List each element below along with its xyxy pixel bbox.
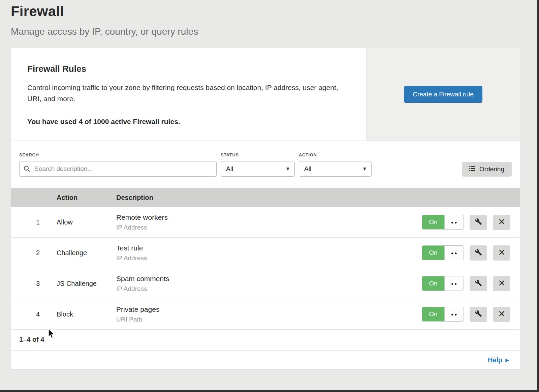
ordering-button-label: Ordering bbox=[479, 165, 504, 173]
rule-description: Test rule bbox=[116, 244, 409, 252]
rules-table: Action Description 1 Allow Remote worker… bbox=[11, 188, 520, 350]
action-select-value: All bbox=[304, 165, 311, 173]
list-ordering-icon bbox=[469, 165, 475, 173]
create-rule-panel: Create a Firewall rule bbox=[366, 48, 520, 141]
column-header-description: Description bbox=[116, 194, 409, 202]
usage-summary: You have used 4 of 1000 active Firewall … bbox=[27, 118, 350, 126]
toggle-arrows-icon[interactable]: ◂ ▸ bbox=[444, 215, 464, 229]
edit-rule-button[interactable] bbox=[470, 276, 487, 291]
window-edge-bottom bbox=[0, 390, 539, 392]
toggle-state-label: On bbox=[422, 276, 444, 291]
action-label: ACTION bbox=[299, 152, 372, 157]
window-edge-right bbox=[537, 0, 539, 392]
edit-rule-button[interactable] bbox=[470, 245, 487, 261]
wrench-icon bbox=[475, 310, 482, 318]
card-header: Firewall Rules Control incoming traffic … bbox=[11, 48, 520, 141]
status-label: STATUS bbox=[221, 152, 295, 157]
rule-priority: 1 bbox=[19, 218, 57, 226]
table-row: 3 JS Challenge Spam comments IP Address … bbox=[11, 268, 520, 299]
rule-enabled-toggle[interactable]: On ◂ ▸ bbox=[422, 245, 464, 260]
rule-priority: 4 bbox=[19, 310, 57, 318]
rule-description: Private pages bbox=[116, 305, 409, 313]
search-box bbox=[19, 161, 217, 177]
search-icon bbox=[24, 165, 30, 173]
status-select[interactable]: All ▼ bbox=[221, 161, 295, 177]
help-arrow-icon: ▶ bbox=[505, 357, 509, 363]
rule-enabled-toggle[interactable]: On ◂ ▸ bbox=[422, 276, 464, 291]
rule-enabled-toggle[interactable]: On ◂ ▸ bbox=[422, 307, 464, 322]
action-filter: ACTION All ▼ bbox=[299, 152, 372, 177]
toggle-state-label: On bbox=[422, 307, 444, 321]
delete-rule-button[interactable] bbox=[493, 215, 510, 230]
close-icon bbox=[499, 280, 505, 287]
ordering-button[interactable]: Ordering bbox=[462, 162, 512, 177]
rule-description-cell: Spam comments IP Address bbox=[116, 275, 409, 293]
rule-controls: On ◂ ▸ bbox=[409, 245, 510, 261]
search-label: SEARCH bbox=[19, 152, 217, 157]
rule-match-type: IP Address bbox=[116, 254, 409, 262]
pagination: 1–4 of 4 bbox=[11, 330, 520, 350]
search-input[interactable] bbox=[19, 161, 217, 177]
search-filter: SEARCH bbox=[19, 152, 217, 177]
toggle-arrows-icon[interactable]: ◂ ▸ bbox=[444, 246, 464, 260]
chevron-down-icon: ▼ bbox=[286, 167, 289, 171]
rule-controls: On ◂ ▸ bbox=[409, 215, 510, 230]
toggle-arrows-icon[interactable]: ◂ ▸ bbox=[444, 307, 464, 321]
filter-bar: SEARCH STATUS All ▼ ACTION All bbox=[11, 141, 520, 188]
wrench-icon bbox=[475, 218, 482, 226]
help-link-label: Help bbox=[488, 356, 502, 364]
toggle-state-label: On bbox=[422, 215, 444, 229]
rule-action: Challenge bbox=[57, 249, 116, 257]
rule-description: Remote workers bbox=[116, 213, 409, 221]
table-row: 1 Allow Remote workers IP Address On ◂ ▸ bbox=[11, 207, 520, 238]
rule-controls: On ◂ ▸ bbox=[409, 307, 510, 322]
card-footer: Help ▶ bbox=[11, 350, 520, 369]
rule-action: Allow bbox=[57, 218, 116, 226]
edit-rule-button[interactable] bbox=[470, 307, 487, 322]
card-header-text: Firewall Rules Control incoming traffic … bbox=[11, 48, 366, 141]
card-heading: Firewall Rules bbox=[27, 64, 350, 74]
table-row: 2 Challenge Test rule IP Address On ◂ ▸ bbox=[11, 238, 520, 268]
rule-description: Spam comments bbox=[116, 275, 409, 283]
wrench-icon bbox=[475, 249, 482, 257]
toggle-state-label: On bbox=[422, 246, 444, 260]
rule-priority: 3 bbox=[19, 280, 57, 288]
close-icon bbox=[499, 249, 505, 256]
close-icon bbox=[499, 219, 505, 225]
rule-match-type: URI Path bbox=[116, 316, 409, 323]
create-firewall-rule-button[interactable]: Create a Firewall rule bbox=[404, 86, 482, 103]
status-select-value: All bbox=[226, 165, 233, 173]
rule-action: Block bbox=[57, 310, 116, 318]
toggle-arrows-icon[interactable]: ◂ ▸ bbox=[444, 276, 464, 291]
status-filter: STATUS All ▼ bbox=[221, 152, 295, 177]
rule-match-type: IP Address bbox=[116, 285, 409, 293]
column-header-action: Action bbox=[57, 194, 116, 202]
card-description: Control incoming traffic to your zone by… bbox=[27, 82, 347, 104]
rule-description-cell: Test rule IP Address bbox=[116, 244, 409, 262]
delete-rule-button[interactable] bbox=[493, 276, 510, 291]
page-subtitle: Manage access by IP, country, or query r… bbox=[11, 26, 520, 37]
rule-description-cell: Remote workers IP Address bbox=[116, 213, 409, 231]
delete-rule-button[interactable] bbox=[493, 307, 510, 322]
rule-description-cell: Private pages URI Path bbox=[116, 305, 409, 323]
action-select[interactable]: All ▼ bbox=[299, 161, 372, 177]
chevron-down-icon: ▼ bbox=[363, 167, 366, 171]
page-title: Firewall bbox=[11, 3, 520, 20]
edit-rule-button[interactable] bbox=[470, 215, 487, 230]
rule-enabled-toggle[interactable]: On ◂ ▸ bbox=[422, 215, 464, 230]
firewall-page: Firewall Manage access by IP, country, o… bbox=[0, 0, 539, 370]
rule-match-type: IP Address bbox=[116, 224, 409, 231]
delete-rule-button[interactable] bbox=[493, 245, 510, 261]
help-link[interactable]: Help ▶ bbox=[488, 356, 509, 364]
table-body: 1 Allow Remote workers IP Address On ◂ ▸ bbox=[11, 207, 520, 330]
table-row: 4 Block Private pages URI Path On ◂ ▸ bbox=[11, 299, 520, 330]
rule-controls: On ◂ ▸ bbox=[409, 276, 510, 291]
wrench-icon bbox=[475, 279, 482, 288]
rule-action: JS Challenge bbox=[57, 280, 116, 288]
rule-priority: 2 bbox=[19, 249, 57, 257]
table-header-row: Action Description bbox=[11, 188, 520, 207]
close-icon bbox=[499, 311, 505, 318]
firewall-rules-card: Firewall Rules Control incoming traffic … bbox=[11, 48, 520, 370]
